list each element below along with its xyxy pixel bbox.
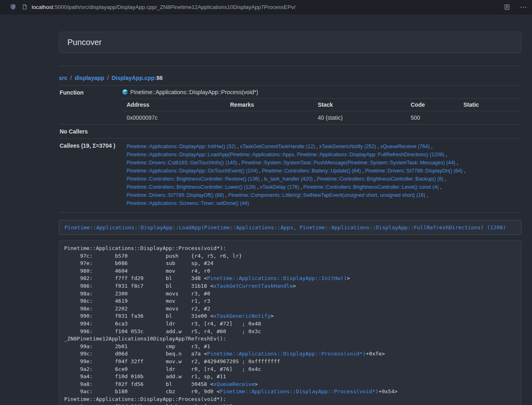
callee-link[interactable]: Pinetime::Applications::DisplayApp::OnTo… xyxy=(127,168,258,174)
code-symbol-link[interactable]: Pinetime::Applications::DisplayApp::Proc… xyxy=(220,388,379,394)
breadcrumb-src[interactable]: src xyxy=(59,75,67,81)
url-host: localhost xyxy=(32,4,53,10)
callee-separator: , xyxy=(299,184,303,190)
disassembly-pre: Pinetime::Applications::DisplayApp::Proc… xyxy=(64,245,516,405)
page-title: Puncover xyxy=(67,38,513,47)
callee-separator: , xyxy=(256,184,260,190)
function-name: Pinetime::Applications::DisplayApp::Proc… xyxy=(130,89,258,95)
callee-separator: , xyxy=(361,168,365,174)
callee-link[interactable]: vTaskDelay (176) xyxy=(260,184,299,190)
callee-separator: , xyxy=(463,168,465,174)
breadcrumb-displayapp[interactable]: displayapp xyxy=(75,75,104,81)
breadcrumb-line-number: 86 xyxy=(156,75,163,81)
cell-stack: 40 (static) xyxy=(313,111,406,125)
cell-address: 0x0000097c xyxy=(122,111,225,125)
callee-link[interactable]: Pinetime::Controllers::Battery::Update()… xyxy=(262,168,361,174)
callee-separator: , xyxy=(260,176,264,182)
callee-link[interactable]: Pinetime::Components::LittleVgl::SetNewT… xyxy=(228,192,426,198)
reader-view-icon[interactable] xyxy=(504,4,510,10)
address-bar[interactable]: localhost:5000/path/src/displayapp/Displ… xyxy=(32,4,295,10)
callees-row: Callees (19, Σ=3704 ) Pinetime::Applicat… xyxy=(59,139,521,213)
column-header-address: Address xyxy=(122,99,225,111)
browser-toolbar: localhost:5000/path/src/displayapp/Displ… xyxy=(0,0,532,14)
callee-separator: , xyxy=(425,192,428,198)
disassembly-block: Pinetime::Applications::DisplayApp::Proc… xyxy=(59,240,521,405)
callee-separator: , xyxy=(430,144,433,149)
function-label: Function xyxy=(59,86,122,125)
callee-separator: , xyxy=(224,192,228,198)
highlighted-symbol-link[interactable]: Pinetime::Applications::DisplayApp::Load… xyxy=(65,224,506,231)
page-icon[interactable] xyxy=(22,4,28,10)
callee-link[interactable]: Pinetime::Drivers::St7789::DisplayOff() … xyxy=(127,192,224,198)
code-symbol-link[interactable]: Pinetime::Applications::DisplayApp::Proc… xyxy=(207,351,366,357)
code-symbol-link[interactable]: Pinetime::Applications::DisplayApp::Init… xyxy=(207,275,347,281)
highlighted-symbol-box: Pinetime::Applications::DisplayApp::Load… xyxy=(59,220,521,235)
breadcrumb-separator: / xyxy=(70,75,72,81)
callee-link[interactable]: lv_task_handler (420) xyxy=(264,176,312,182)
callee-separator: , xyxy=(376,144,380,149)
callee-link[interactable]: Pinetime::Drivers::Cst816S::GetTouchInfo… xyxy=(127,160,237,166)
callee-separator: , xyxy=(236,144,240,149)
cell-code: 500 xyxy=(406,111,459,125)
callee-link[interactable]: xTaskGetCurrentTaskHandle (12) xyxy=(240,144,315,149)
table-row: 0x0000097c 40 (static) 500 xyxy=(122,111,521,125)
code-symbol-link[interactable]: xTaskGetCurrentTaskHandle xyxy=(213,283,293,289)
callee-link[interactable]: Pinetime::Drivers::St7789::DisplayOn() (… xyxy=(365,168,463,174)
code-symbol-link[interactable]: xQueueReceive xyxy=(213,381,255,387)
callee-separator: , xyxy=(444,152,447,157)
function-stats-table: Address Remarks Stack Code Static 0x0000… xyxy=(122,98,521,124)
callee-link[interactable]: Pinetime::Applications::Screens::Timer::… xyxy=(127,200,249,206)
callee-separator: , xyxy=(258,168,262,174)
column-header-static: Static xyxy=(459,99,521,111)
callee-separator: , xyxy=(455,160,458,166)
function-name-line: Pinetime::Applications::DisplayApp::Proc… xyxy=(122,86,521,98)
callee-link[interactable]: Pinetime::Controllers::BrightnessControl… xyxy=(127,176,260,182)
callee-separator: , xyxy=(444,176,446,182)
app-header: Puncover xyxy=(59,32,521,53)
no-callers-row: No Callers xyxy=(59,125,521,139)
column-header-remarks: Remarks xyxy=(225,99,313,111)
callee-separator: , xyxy=(313,176,317,182)
callee-link[interactable]: xTaskGenericNotify (252) xyxy=(319,144,376,149)
callee-link[interactable]: Pinetime::System::SystemTask::PushMessag… xyxy=(241,160,455,166)
callee-link[interactable]: Pinetime::Controllers::BrightnessControl… xyxy=(304,184,439,190)
column-header-stack: Stack xyxy=(313,99,406,111)
shield-icon[interactable] xyxy=(10,4,16,10)
function-row: Function Pinetime::Applications::Display… xyxy=(59,86,521,125)
breadcrumb: src/displayapp/DisplayApp.cpp:86 xyxy=(59,75,521,81)
menu-icon[interactable]: ⋯ xyxy=(520,4,527,11)
callee-separator: , xyxy=(439,184,442,190)
code-symbol-link[interactable]: xTaskGenericNotify xyxy=(213,313,271,319)
cell-static xyxy=(459,111,521,125)
cell-remarks xyxy=(225,111,313,125)
url-path: :5000/path/src/displayapp/DisplayApp.cpp… xyxy=(53,4,295,10)
callees-list: Pinetime::Applications::DisplayApp::Init… xyxy=(122,139,521,212)
callee-separator: , xyxy=(237,160,241,166)
callee-separator: , xyxy=(315,144,319,149)
callee-link[interactable]: Pinetime::Controllers::BrightnessControl… xyxy=(317,176,444,182)
callees-label: Callees (19, Σ=3704 ) xyxy=(59,139,122,213)
callee-link[interactable]: Pinetime::Controllers::BrightnessControl… xyxy=(127,184,256,190)
function-overview-table: Function Pinetime::Applications::Display… xyxy=(59,85,521,213)
callee-link[interactable]: xQueueReceive (764) xyxy=(380,144,430,149)
divider xyxy=(59,66,521,66)
no-callers-label: No Callers xyxy=(59,125,122,139)
function-icon xyxy=(122,89,128,95)
callee-link[interactable]: Pinetime::Applications::DisplayApp::Load… xyxy=(127,152,444,157)
page-content: Puncover src/displayapp/DisplayApp.cpp:8… xyxy=(59,32,521,405)
callee-link[interactable]: Pinetime::Applications::DisplayApp::Init… xyxy=(127,144,236,149)
breadcrumb-file[interactable]: DisplayApp.cpp: xyxy=(112,75,156,81)
breadcrumb-separator: / xyxy=(107,75,109,81)
column-header-code: Code xyxy=(406,99,459,111)
